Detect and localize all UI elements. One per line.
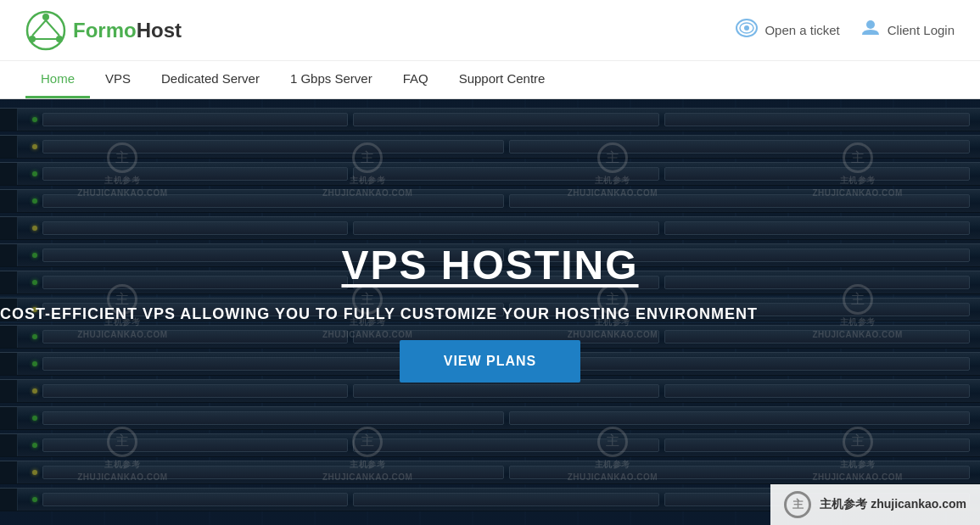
hero-section: 主 主机参考 ZHUJICANKAO.COM 主 主机参考 ZHUJICANKA… bbox=[0, 99, 980, 525]
logo[interactable]: FormoHost bbox=[25, 10, 182, 51]
ticket-icon bbox=[736, 19, 758, 42]
rack-drive bbox=[42, 194, 504, 208]
rack-drive bbox=[42, 221, 348, 235]
view-plans-button[interactable]: VIEW PLANS bbox=[400, 340, 581, 383]
rack-drive bbox=[42, 167, 348, 181]
svg-line-5 bbox=[46, 20, 59, 36]
rack-drive bbox=[353, 438, 658, 452]
rack-row bbox=[0, 162, 980, 186]
rack-drive bbox=[353, 167, 658, 181]
rack-led bbox=[32, 470, 37, 475]
rack-led bbox=[32, 416, 37, 421]
rack-drive bbox=[509, 140, 971, 154]
bottom-watermark-icon: 主 bbox=[784, 491, 811, 518]
rack-row bbox=[0, 216, 980, 240]
rack-drive bbox=[42, 384, 348, 398]
site-header: FormoHost Open a ticket Client Login bbox=[0, 0, 980, 61]
hero-title: VPS HOSTING bbox=[341, 242, 638, 288]
rack-led bbox=[32, 171, 37, 176]
rack-led bbox=[32, 388, 37, 394]
rack-drive bbox=[353, 113, 658, 126]
nav-link-support[interactable]: Support Centre bbox=[444, 61, 561, 98]
svg-line-4 bbox=[32, 20, 46, 36]
rack-drive bbox=[664, 438, 970, 452]
rack-drive bbox=[664, 384, 970, 398]
header-actions: Open a ticket Client Login bbox=[736, 18, 955, 43]
bottom-watermark-label: 主机参考 zhujicankao.com bbox=[820, 497, 966, 512]
rack-led bbox=[32, 443, 37, 448]
rack-drive bbox=[353, 384, 658, 398]
svg-point-1 bbox=[42, 14, 49, 20]
nav-item-faq: FAQ bbox=[388, 61, 444, 98]
nav-link-gbps[interactable]: 1 Gbps Server bbox=[275, 61, 388, 98]
rack-led bbox=[32, 198, 37, 204]
rack-row bbox=[0, 108, 980, 131]
rack-drive bbox=[42, 466, 504, 479]
nav-link-faq[interactable]: FAQ bbox=[388, 61, 444, 98]
rack-drive bbox=[664, 167, 970, 181]
nav-link-dedicated[interactable]: Dedicated Server bbox=[146, 61, 275, 98]
nav-list: Home VPS Dedicated Server 1 Gbps Server … bbox=[25, 61, 560, 98]
main-nav: Home VPS Dedicated Server 1 Gbps Server … bbox=[0, 61, 980, 99]
svg-point-10 bbox=[866, 20, 875, 29]
nav-item-support: Support Centre bbox=[444, 61, 561, 98]
client-login-link[interactable]: Client Login bbox=[860, 18, 955, 43]
logo-icon bbox=[25, 10, 66, 51]
rack-drive bbox=[509, 411, 971, 425]
rack-drive bbox=[42, 493, 348, 506]
nav-link-vps[interactable]: VPS bbox=[90, 61, 146, 98]
rack-row bbox=[0, 135, 980, 159]
rack-drive bbox=[353, 221, 658, 235]
nav-item-dedicated: Dedicated Server bbox=[146, 61, 275, 98]
nav-link-home[interactable]: Home bbox=[25, 61, 90, 98]
rack-drive bbox=[42, 411, 504, 425]
rack-drive bbox=[42, 113, 348, 126]
bottom-watermark-bar: 主 主机参考 zhujicankao.com bbox=[770, 484, 980, 525]
rack-led bbox=[32, 497, 37, 502]
rack-drive bbox=[353, 493, 658, 506]
rack-led bbox=[32, 117, 37, 122]
logo-text: FormoHost bbox=[73, 19, 182, 42]
user-icon bbox=[860, 18, 881, 43]
rack-drive bbox=[664, 113, 970, 126]
hero-subtitle: COST-EFFICIENT VPS ALLOWING YOU TO FULLY… bbox=[0, 305, 980, 323]
rack-row bbox=[0, 461, 980, 484]
login-label: Client Login bbox=[888, 23, 955, 37]
rack-row bbox=[0, 379, 980, 403]
nav-item-vps: VPS bbox=[90, 61, 146, 98]
logo-part1: Formo bbox=[73, 19, 137, 42]
rack-drive bbox=[509, 194, 971, 208]
rack-row bbox=[0, 433, 980, 457]
rack-row bbox=[0, 189, 980, 213]
nav-item-home: Home bbox=[25, 61, 90, 98]
rack-drive bbox=[42, 438, 348, 452]
ticket-label: Open a ticket bbox=[764, 23, 839, 37]
rack-drive bbox=[664, 221, 970, 235]
rack-led bbox=[32, 144, 37, 149]
hero-content: VPS HOSTING COST-EFFICIENT VPS ALLOWING … bbox=[0, 242, 980, 383]
rack-drive bbox=[509, 466, 971, 479]
logo-part2: Host bbox=[137, 19, 182, 42]
rack-drive bbox=[42, 140, 504, 154]
rack-row bbox=[0, 406, 980, 430]
rack-led bbox=[32, 226, 37, 231]
nav-item-gbps: 1 Gbps Server bbox=[275, 61, 388, 98]
open-ticket-link[interactable]: Open a ticket bbox=[736, 19, 839, 42]
svg-point-9 bbox=[744, 25, 749, 31]
